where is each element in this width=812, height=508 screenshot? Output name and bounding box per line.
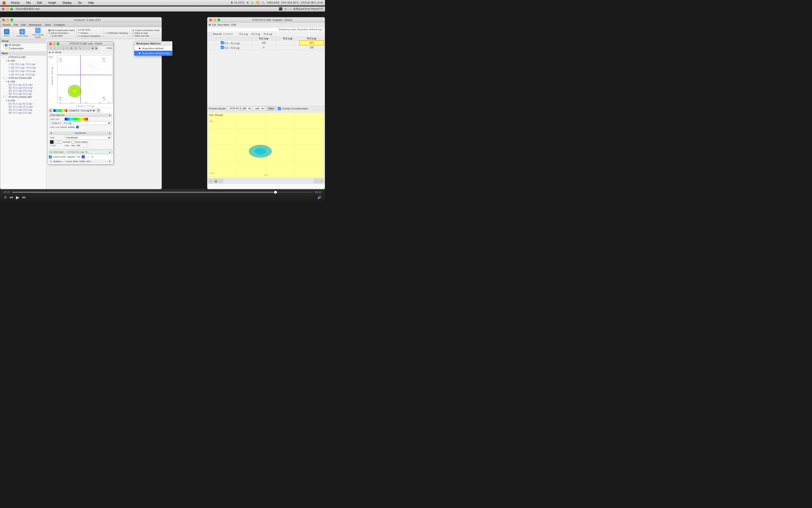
sidebar-item-cells-3[interactable]: ▾ ◎ cells — [0, 99, 46, 102]
minus-btn[interactable]: － — [86, 155, 89, 159]
matrix-plus-btn[interactable]: + — [209, 179, 213, 183]
create-combo-gates-btn[interactable]: ⊕ Create Combination Gates — [133, 29, 160, 32]
fl3-check[interactable] — [221, 46, 224, 49]
matrix-m-btn[interactable]: M — [209, 24, 210, 26]
progress-bar[interactable] — [12, 192, 313, 193]
sidebar-item-ht29-ko-0[interactable]: ▾ 📄 HT29 KO 0.LMD — [0, 55, 46, 59]
matrix-edit-btn[interactable]: Edit — [212, 24, 216, 26]
qt-volume-btn[interactable]: 🔊 — [317, 196, 321, 199]
matrix-cell-fl3-fl3[interactable]: 100 — [299, 45, 324, 50]
cell-cycle-btn[interactable]: ◎ Cell Cycle... — [78, 29, 102, 31]
qt-fullscreen-icon[interactable]: ⤢ — [289, 7, 291, 11]
qt-rewind-btn[interactable]: ⏮ — [9, 195, 13, 200]
color-channel-select[interactable]: Comp-FL1 :: FL1 Log — [50, 121, 111, 125]
fj-menu-tools[interactable]: Tools — [43, 23, 52, 27]
sidebar-item-q1-3[interactable]: Q1: FL1 Log-,FL3 Log+ — [0, 102, 46, 105]
fj-menu-file[interactable]: File — [12, 23, 19, 27]
matrix-cell-fl3-fl1[interactable]: 0 — [252, 45, 276, 50]
menu-help[interactable]: Help — [87, 1, 95, 5]
matrix-cell-fl1-fl1-2[interactable] — [276, 40, 300, 45]
rect-gate-tool[interactable]: □ — [53, 46, 57, 50]
matrix-cell-fl3-fl1-2[interactable] — [276, 45, 300, 50]
minimize-button[interactable] — [6, 8, 9, 10]
scatter-maximize[interactable] — [57, 42, 59, 45]
make-or-gate-btn[interactable]: ∪ Make Or Gate — [133, 32, 160, 34]
sidebar-item-q4-2[interactable]: Q4: FL1 Log-,FL3 Log- — [0, 92, 46, 95]
matrix-ssm-btn[interactable]: SSM — [231, 24, 236, 26]
preview-sample-select[interactable]: HT29 KO 0.LMD — [228, 107, 251, 111]
script-editor-btn[interactable]: 📝 Script Editor — [48, 35, 75, 37]
color-map-dropdown[interactable]: Comp-FL1 :: FL1 Log ▼ — [68, 109, 96, 112]
show-all-checkbox[interactable] — [208, 33, 211, 36]
sidebar-item-ht29-ko-oxa10[interactable]: ▾ 📄 HT29 KO OXA10.LMD — [0, 76, 46, 80]
nav-cells[interactable]: cells — [55, 51, 59, 53]
sidebar-item-q2-1[interactable]: ◇ Q2: FL1 Log+, FL3 Log+ — [0, 66, 46, 70]
qt-share-icon[interactable]: ⬛ — [279, 7, 282, 11]
sidebar-item-all-samples[interactable]: ▾ 👥 All Samples — [0, 43, 46, 47]
dropdown-item-acquisition-defined[interactable]: ▶ Acquisition-defined — [134, 46, 172, 51]
menu-edit[interactable]: Edit — [36, 1, 43, 5]
bisect-tool[interactable]: ⊟ — [74, 46, 78, 50]
text-btn[interactable]: T — [97, 109, 100, 113]
max-input[interactable] — [76, 144, 88, 147]
scatter-close[interactable] — [49, 42, 52, 45]
fj-menu-workspace[interactable]: Workspace — [28, 23, 43, 27]
matrix-cell-fl1-fl3[interactable]: 25.5 — [299, 40, 324, 45]
zoom-tool[interactable]: 🔍 — [78, 46, 82, 50]
sidebar-item-q3-3[interactable]: Q3: FL1 Log+,FL3 Log- — [0, 108, 46, 111]
sidebar-item-q1-1[interactable]: ◇ Q1: FL1 Log-, FL3 Log+ — [0, 62, 46, 66]
dropdown-item-acquisition-defined-copy[interactable]: ▶ Acquisition-defined-copy — [134, 51, 172, 55]
overlay-check[interactable] — [278, 107, 281, 110]
menu-file[interactable]: File — [25, 1, 32, 5]
nav-left-btn[interactable]: ◀ — [90, 46, 94, 50]
sidebar-item-ht29-ko-oxa20[interactable]: ▾ 📄 HT29 KO OXA20.LMD — [0, 95, 46, 99]
fj-menu-edit[interactable]: Edit — [20, 23, 27, 27]
outliers-checkbox[interactable] — [71, 141, 74, 144]
matrix-zoom-in-btn[interactable]: + — [319, 179, 323, 183]
view-plus-btn[interactable]: View+ — [266, 107, 277, 111]
nav-right-btn[interactable]: ▶ — [95, 46, 98, 50]
sidebar-item-q3-1[interactable]: ◇ Q3: FL1 Log+, FL3 Log- — [0, 70, 46, 73]
color-map-header[interactable]: Color Map Axis ▲ — [49, 113, 112, 117]
sidebar-item-compensation[interactable]: 📁 Compensation — [0, 47, 46, 50]
qt-pip-icon[interactable]: ⊡ — [284, 7, 287, 11]
ellipse-gate-tool[interactable]: ○ — [57, 46, 61, 50]
options-header[interactable]: ⚙ Pseudocolor ▲ — [49, 131, 112, 135]
qt-loop-btn[interactable]: ↺ — [4, 195, 7, 200]
progress-thumb[interactable] — [274, 191, 277, 194]
close-button[interactable] — [2, 8, 5, 10]
preview-gate-select[interactable]: cells — [253, 107, 265, 111]
events-inside-check[interactable] — [49, 156, 52, 159]
qt-forward-btn[interactable]: ⏭ — [22, 195, 26, 200]
select-tool[interactable]: ↖ — [49, 46, 52, 50]
fl1-check[interactable] — [221, 41, 224, 44]
matrix-zoom-out-btn[interactable]: − — [314, 179, 318, 183]
menu-graph[interactable]: Graph — [47, 1, 57, 5]
flip-h-tool[interactable]: ↔ — [86, 46, 90, 50]
color-picker-btn[interactable]: 🎨 — [49, 109, 52, 113]
menu-flowjo[interactable]: FlowJo — [9, 1, 21, 5]
matrix-minus-btn[interactable]: − — [219, 179, 223, 183]
sidebar-item-cells-1[interactable]: ▾ ◎ cells — [0, 59, 46, 62]
sidebar-item-q1-2[interactable]: Q1: FL1 Log-,FL3 Log+ — [0, 83, 46, 86]
matrix-cell-fl1-fl1[interactable]: 100 — [252, 40, 276, 45]
apple-menu[interactable]: 🍎 — [2, 1, 6, 5]
sidebar-item-q4-1[interactable]: ◇ Q4: FL1 Log-, FL3 Log- — [0, 73, 46, 76]
menu-go[interactable]: Go — [77, 1, 83, 5]
freehand-tool[interactable]: ✏ — [65, 46, 69, 50]
sidebar-item-q2-2[interactable]: Q2: FL1 Log+,FL3 Log+ — [0, 86, 46, 89]
qt-open-label[interactable]: 使用QuickTime Player打开 — [293, 7, 323, 11]
matrix-save-btn[interactable]: Save Matrix — [218, 24, 230, 26]
quad-gate-tool[interactable]: ⊞ — [69, 46, 73, 50]
matrix-view-btn[interactable]: ▤ — [214, 179, 218, 183]
sidebar-item-q4-3[interactable]: Q4: FL1 Log-,FL3 Log- — [0, 111, 46, 114]
flowjo-logo-btn[interactable]: FJ FlowJo — [2, 29, 12, 38]
qt-play-btn[interactable]: ▶ — [16, 195, 19, 200]
scatter-svg[interactable]: Q1 0.70 Q2 6.23 Q3 7.96 Q4 85.1 10⁶ 10 — [57, 55, 112, 103]
sidebar-item-q2-3[interactable]: Q2: FL1 Log+,FL3 Log+ — [0, 105, 46, 108]
polygon-gate-tool[interactable]: ⬠ — [61, 46, 65, 50]
derive-params-btn[interactable]: ✦ Derive Parameters... — [48, 32, 75, 34]
sidebar-item-cells-2[interactable]: ▾ ◎ cells — [0, 80, 46, 83]
sidebar-item-q3-2[interactable]: Q3: FL1 Log+,FL3 Log- — [0, 89, 46, 92]
make-and-gate-btn[interactable]: ∩ Make And Gate — [133, 35, 160, 37]
